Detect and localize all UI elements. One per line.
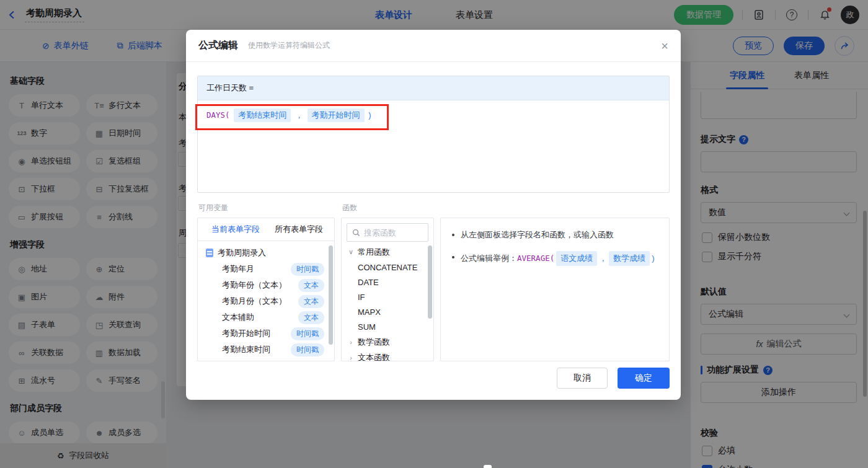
modal-subtitle: 使用数学运算符编辑公式 [248,40,330,51]
function-item[interactable]: DATE [342,275,433,289]
search-icon [352,229,360,237]
variables-panel: 当前表单字段 所有表单字段 考勤周期录入 考勤年月 时间戳 考勤年份（文本） 文… [197,218,335,361]
variable-row[interactable]: 考勤年月 时间戳 [198,261,334,277]
variable-row[interactable]: 考勤结束时间 时间戳 [198,342,334,358]
function-item[interactable]: IF [342,289,433,304]
example-chip-math: 数学成绩 [609,251,650,266]
function-item[interactable]: CONCATENATE [342,260,433,275]
tip-line-1: 从左侧面板选择字段名和函数，或输入函数 [452,229,658,241]
function-group[interactable]: › 文本函数 [342,350,433,361]
variable-row[interactable]: 文本辅助 文本 [198,309,334,325]
function-group[interactable]: › 数学函数 [342,334,433,350]
modal-title: 公式编辑 [198,39,238,52]
chevron-icon: › [348,338,354,346]
field-chip-start-time[interactable]: 考勤开始时间 [308,108,365,122]
variables-scrollbar[interactable] [329,245,333,345]
confirm-button[interactable]: 确定 [618,368,670,389]
bullet-icon [452,234,454,236]
field-type-badge: 时间戳 [291,263,324,276]
functions-label: 函数 [342,203,357,213]
bullet-icon [452,256,454,258]
field-type-badge: 时间戳 [291,343,324,356]
functions-panel: ∨ 常用函数 CONCATENATEDATEIFMAPXSUM › 数学函数 ›… [341,218,434,361]
functions-scrollbar[interactable] [428,245,432,319]
variable-row[interactable]: 考勤年份（文本） 文本 [198,277,334,293]
chevron-icon: › [348,354,354,361]
tip-line-2: 公式编辑举例：AVERAGE(语文成绩，数学成绩) [452,251,658,266]
function-item[interactable]: SUM [342,319,433,334]
function-group[interactable]: ∨ 常用函数 [342,244,433,260]
search-input[interactable] [364,228,420,237]
modal-header: 公式编辑 使用数学运算符编辑公式 × [186,30,681,62]
variable-row[interactable] [198,358,334,361]
app-root: 考勤周期录入 表单设计 表单设置 数据管理 ? [0,0,868,468]
field-type-badge: 文本 [298,295,324,308]
field-type-badge: 文本 [298,311,324,324]
field-type-badge: 时间戳 [291,327,324,340]
variable-row[interactable]: 考勤开始时间 时间戳 [198,325,334,342]
field-type-badge [301,361,324,361]
bottom-edge-element [484,465,492,468]
formula-input-box: 工作日天数 = DAYS( 考勤结束时间 ， 考勤开始时间 ) [197,76,670,193]
function-search-box[interactable] [347,223,428,242]
modal-body: 工作日天数 = DAYS( 考勤结束时间 ， 考勤开始时间 ) 可用变量 函数 … [186,62,681,361]
tab-all-form-fields[interactable]: 所有表单字段 [275,224,323,235]
function-name-token: DAYS( [206,110,230,120]
variables-label: 可用变量 [198,203,342,213]
example-chip-chinese: 语文成绩 [556,251,597,266]
formula-editor-area[interactable]: DAYS( 考勤结束时间 ， 考勤开始时间 ) [198,100,669,192]
tips-panel: 从左侧面板选择字段名和函数，或输入函数 公式编辑举例：AVERAGE(语文成绩，… [440,218,670,361]
function-item[interactable]: MAPX [342,304,433,319]
formula-editor-modal: 公式编辑 使用数学运算符编辑公式 × 工作日天数 = DAYS( 考勤结束时间 … [186,30,681,400]
field-type-badge: 文本 [298,279,324,292]
example-function-token: AVERAGE( [517,254,554,263]
variable-row[interactable]: 考勤月份（文本） 文本 [198,293,334,309]
cancel-button[interactable]: 取消 [557,368,608,389]
field-chip-end-time[interactable]: 考勤结束时间 [234,108,291,122]
variables-root-node[interactable]: 考勤周期录入 [198,245,334,261]
tab-current-form-fields[interactable]: 当前表单字段 [211,224,260,235]
formula-target-bar: 工作日天数 = [198,76,669,100]
form-doc-icon [206,249,213,257]
chevron-icon: ∨ [348,248,354,256]
close-icon[interactable]: × [661,40,668,52]
